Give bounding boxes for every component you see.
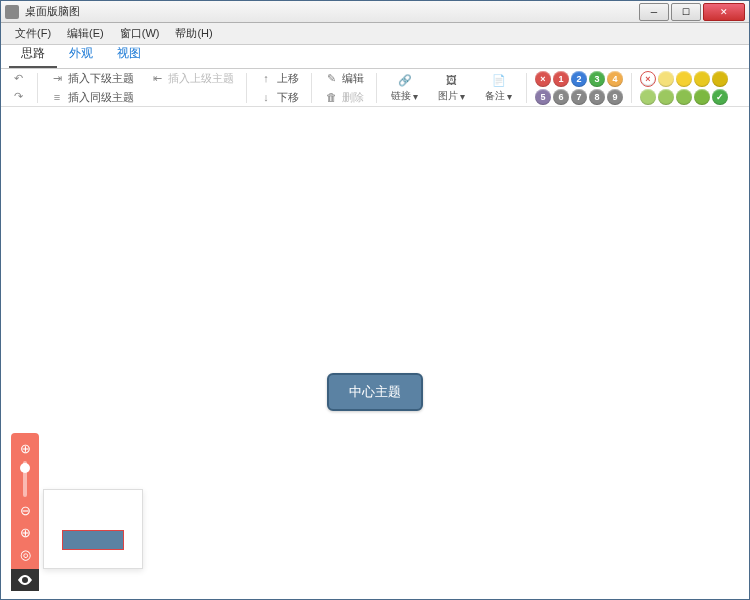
- marker-mr2-2[interactable]: 7: [571, 89, 587, 105]
- titlebar: 桌面版脑图 ─ ☐ ✕: [1, 1, 749, 23]
- redo-icon: ↷: [11, 90, 25, 104]
- separator: [631, 73, 632, 103]
- undo-button[interactable]: ↶: [7, 71, 29, 87]
- trash-icon: 🗑: [324, 90, 338, 104]
- close-button[interactable]: ✕: [703, 3, 745, 21]
- zoom-slider[interactable]: [23, 461, 27, 497]
- marker-mr4-3[interactable]: [694, 89, 710, 105]
- minimap-node: [62, 530, 124, 550]
- image-button[interactable]: 🖼 图片▾: [432, 72, 471, 103]
- app-window: 桌面版脑图 ─ ☐ ✕ 文件(F) 编辑(E) 窗口(W) 帮助(H) 思路 外…: [0, 0, 750, 600]
- insert-parent-button[interactable]: ⇤插入上级主题: [146, 70, 238, 87]
- insert-sibling-button[interactable]: ≡插入同级主题: [46, 89, 238, 106]
- progress-markers: × ✓: [640, 71, 728, 105]
- marker-mr3-0[interactable]: ×: [640, 71, 656, 87]
- insert-parent-icon: ⇤: [150, 71, 164, 85]
- zoom-reset-button[interactable]: ◎: [16, 545, 34, 563]
- tab-view[interactable]: 视图: [105, 41, 153, 68]
- minimap-toggle-button[interactable]: [11, 569, 39, 591]
- zoom-in-button[interactable]: ⊕: [16, 439, 34, 457]
- marker-mr4-1[interactable]: [658, 89, 674, 105]
- redo-button[interactable]: ↷: [7, 89, 29, 105]
- move-down-button[interactable]: ↓下移: [255, 89, 303, 106]
- zoom-thumb[interactable]: [20, 463, 30, 473]
- menu-help[interactable]: 帮助(H): [167, 24, 220, 43]
- marker-mr3-2[interactable]: [676, 71, 692, 87]
- separator: [376, 73, 377, 103]
- marker-mr1-4[interactable]: 4: [607, 71, 623, 87]
- move-group: ↑上移 ↓下移: [255, 70, 303, 106]
- marker-mr4-2[interactable]: [676, 89, 692, 105]
- note-icon: 📄: [490, 72, 508, 88]
- window-title: 桌面版脑图: [25, 4, 637, 19]
- minimize-button[interactable]: ─: [639, 3, 669, 21]
- insert-sub-button[interactable]: ⇥插入下级主题: [46, 70, 138, 87]
- marker-mr1-0[interactable]: ×: [535, 71, 551, 87]
- separator: [246, 73, 247, 103]
- note-button[interactable]: 📄 备注▾: [479, 72, 518, 103]
- marker-mr3-1[interactable]: [658, 71, 674, 87]
- marker-mr1-2[interactable]: 2: [571, 71, 587, 87]
- chevron-down-icon: ▾: [507, 91, 512, 102]
- separator: [311, 73, 312, 103]
- marker-mr4-0[interactable]: [640, 89, 656, 105]
- central-topic-node[interactable]: 中心主题: [327, 373, 423, 411]
- window-controls: ─ ☐ ✕: [637, 3, 745, 21]
- insert-sub-icon: ⇥: [50, 71, 64, 85]
- toolbar: ↶ ↷ ⇥插入下级主题 ⇤插入上级主题 ≡插入同级主题 ↑上移 ↓下移 ✎编辑 …: [1, 69, 749, 107]
- marker-mr3-4[interactable]: [712, 71, 728, 87]
- tab-appearance[interactable]: 外观: [57, 41, 105, 68]
- undo-icon: ↶: [11, 72, 25, 86]
- chevron-down-icon: ▾: [460, 91, 465, 102]
- arrow-down-icon: ↓: [259, 90, 273, 104]
- insert-group: ⇥插入下级主题 ⇤插入上级主题 ≡插入同级主题: [46, 70, 238, 106]
- marker-mr1-3[interactable]: 3: [589, 71, 605, 87]
- history-group: ↶ ↷: [7, 71, 29, 105]
- pencil-icon: ✎: [324, 71, 338, 85]
- arrow-up-icon: ↑: [259, 71, 273, 85]
- marker-mr4-4[interactable]: ✓: [712, 89, 728, 105]
- zoom-out-button[interactable]: ⊖: [16, 501, 34, 519]
- edit-button[interactable]: ✎编辑: [320, 70, 368, 87]
- app-icon: [5, 5, 19, 19]
- marker-mr1-1[interactable]: 1: [553, 71, 569, 87]
- maximize-button[interactable]: ☐: [671, 3, 701, 21]
- zoom-fit-button[interactable]: ⊕: [16, 523, 34, 541]
- marker-mr2-0[interactable]: 5: [535, 89, 551, 105]
- mindmap-canvas[interactable]: 中心主题 ⊕ ⊖ ⊕ ◎: [1, 107, 749, 599]
- image-icon: 🖼: [443, 72, 461, 88]
- marker-mr2-3[interactable]: 8: [589, 89, 605, 105]
- minimap[interactable]: [43, 489, 143, 569]
- chevron-down-icon: ▾: [413, 91, 418, 102]
- move-up-button[interactable]: ↑上移: [255, 70, 303, 87]
- link-button[interactable]: 🔗 链接▾: [385, 72, 424, 103]
- marker-mr2-1[interactable]: 6: [553, 89, 569, 105]
- marker-mr3-3[interactable]: [694, 71, 710, 87]
- tab-idea[interactable]: 思路: [9, 41, 57, 68]
- marker-mr2-4[interactable]: 9: [607, 89, 623, 105]
- link-icon: 🔗: [396, 72, 414, 88]
- priority-markers: ×1234 56789: [535, 71, 623, 105]
- tabbar: 思路 外观 视图: [1, 45, 749, 69]
- insert-sibling-icon: ≡: [50, 90, 64, 104]
- separator: [526, 73, 527, 103]
- eye-icon: [17, 574, 33, 586]
- edit-group: ✎编辑 🗑删除: [320, 70, 368, 106]
- delete-button[interactable]: 🗑删除: [320, 89, 368, 106]
- separator: [37, 73, 38, 103]
- zoom-panel: ⊕ ⊖ ⊕ ◎: [11, 433, 39, 569]
